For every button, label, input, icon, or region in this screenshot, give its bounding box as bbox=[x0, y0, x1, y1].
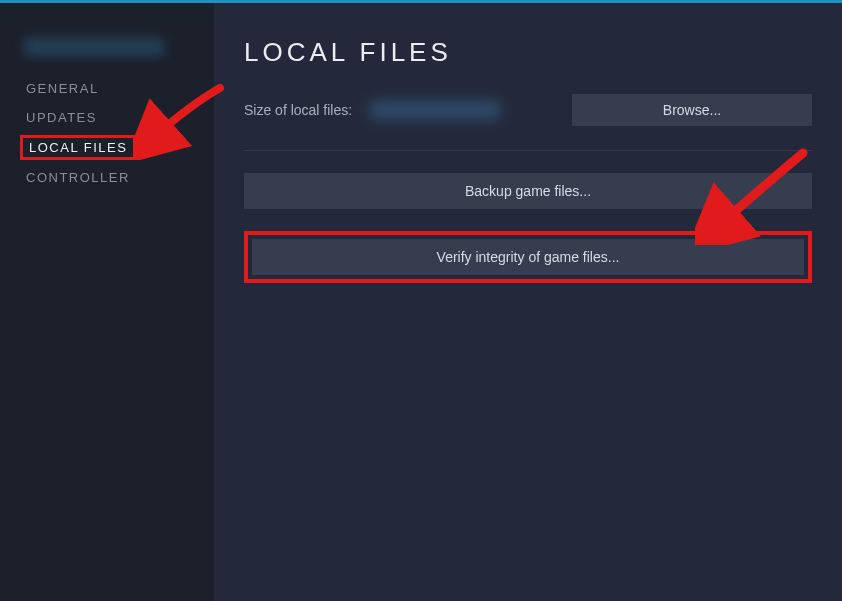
game-title-redacted bbox=[24, 38, 164, 56]
sidebar-item-controller[interactable]: CONTROLLER bbox=[0, 163, 214, 192]
size-label: Size of local files: bbox=[244, 102, 352, 118]
verify-highlight-box: Verify integrity of game files... bbox=[244, 231, 812, 283]
divider bbox=[244, 150, 812, 151]
size-value-redacted bbox=[370, 101, 500, 119]
browse-button[interactable]: Browse... bbox=[572, 94, 812, 126]
sidebar-item-general[interactable]: GENERAL bbox=[0, 74, 214, 103]
sidebar-item-local-files[interactable]: LOCAL FILES bbox=[20, 135, 136, 160]
sidebar: GENERAL UPDATES LOCAL FILES CONTROLLER bbox=[0, 3, 214, 601]
backup-button[interactable]: Backup game files... bbox=[244, 173, 812, 209]
sidebar-item-updates[interactable]: UPDATES bbox=[0, 103, 214, 132]
main-panel: LOCAL FILES Size of local files: Browse.… bbox=[214, 3, 842, 601]
properties-window: GENERAL UPDATES LOCAL FILES CONTROLLER L… bbox=[0, 0, 842, 601]
size-row: Size of local files: Browse... bbox=[244, 94, 812, 126]
verify-integrity-button[interactable]: Verify integrity of game files... bbox=[252, 239, 804, 275]
page-title: LOCAL FILES bbox=[244, 37, 812, 68]
